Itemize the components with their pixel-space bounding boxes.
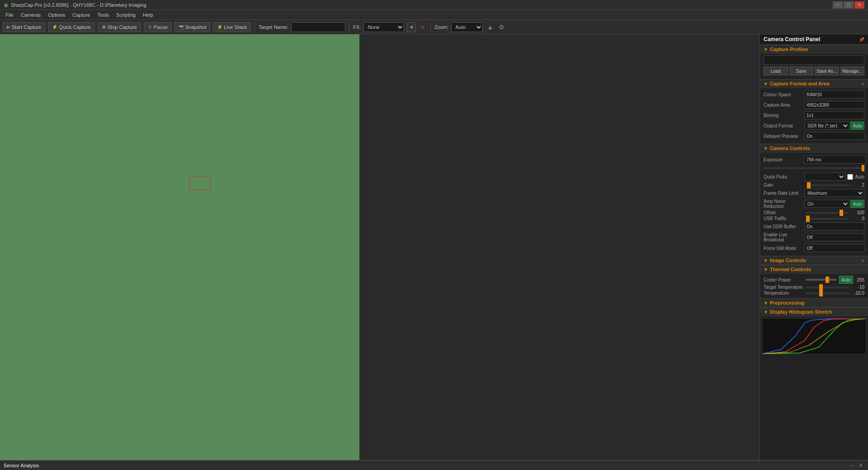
start-capture-label: Start Capture xyxy=(12,24,41,30)
format-menu-icon[interactable]: ≡ xyxy=(862,81,864,86)
bottom-panel-minimize-btn[interactable]: ─ xyxy=(849,462,855,469)
quick-picks-auto-checkbox[interactable] xyxy=(847,174,853,180)
frame-rate-select[interactable]: Maximum xyxy=(804,189,864,197)
focus-rectangle xyxy=(189,177,211,190)
menu-scripting[interactable]: Scripting xyxy=(113,11,139,19)
profiles-content: Load Save Save As... Manage... xyxy=(760,54,868,79)
snapshot-button[interactable]: 📷 Snapshot xyxy=(175,22,210,32)
target-temp-slider xyxy=(806,285,849,290)
gain-slider-row: Gain 2 xyxy=(764,183,864,188)
menu-help[interactable]: Help xyxy=(139,11,157,19)
thermal-controls-header[interactable]: ▼ Thermal Controls xyxy=(760,265,868,274)
cooler-power-label: Cooler Power xyxy=(764,277,804,282)
profiles-input[interactable] xyxy=(764,56,864,65)
fx-icon-btn[interactable]: ■ xyxy=(407,22,416,32)
gain-thumb[interactable] xyxy=(807,182,811,188)
usb-thumb[interactable] xyxy=(806,216,810,222)
pause-button[interactable]: ⏸ Pause xyxy=(144,22,172,32)
force-still-label: Force Still Mode xyxy=(764,246,804,251)
usb-slider-track xyxy=(806,216,849,221)
fx-remove-btn[interactable]: ✕ xyxy=(419,24,427,31)
camera-controls-header[interactable]: ▼ Camera Controls xyxy=(760,144,868,153)
format-arrow-icon: ▼ xyxy=(764,81,768,86)
output-format-auto-btn[interactable]: Auto xyxy=(850,122,864,130)
menu-capture[interactable]: Capture xyxy=(69,11,94,19)
temperature-track xyxy=(806,292,849,294)
zoom-green-btn[interactable]: ▲ xyxy=(486,24,495,31)
preprocessing-header[interactable]: ▼ Preprocessing xyxy=(760,298,868,307)
settings-icon-btn[interactable]: ⚙ xyxy=(497,24,506,31)
debayer-label: Debayer Preview xyxy=(764,134,804,139)
histogram-stretch-title: Display Histogram Stretch xyxy=(770,309,832,315)
cooler-slider xyxy=(806,277,836,282)
green-preview-area xyxy=(0,34,359,460)
temperature-thumb[interactable] xyxy=(819,290,823,296)
capture-format-header[interactable]: ▼ Capture Format and Area ≡ xyxy=(760,79,868,88)
quick-capture-button[interactable]: ⚡ Quick Capture xyxy=(48,22,94,32)
capture-profiles-header[interactable]: ▼ Capture Profiles xyxy=(760,45,868,54)
quick-picks-select[interactable] xyxy=(804,173,845,181)
output-format-row: Output Format SER file (*.ser) Auto xyxy=(764,121,864,130)
app-icon: ◉ xyxy=(4,2,8,8)
cooler-auto-btn[interactable]: Auto xyxy=(839,276,853,284)
target-name-input[interactable] xyxy=(291,22,345,32)
amp-noise-select[interactable]: On xyxy=(804,200,849,208)
target-temp-thumb[interactable] xyxy=(819,284,823,291)
amp-noise-auto-btn[interactable]: Auto xyxy=(850,200,864,208)
title-bar: ◉ SharpCap Pro [v3.2.6086] - QHY168C - D… xyxy=(0,0,868,10)
target-name-label: Target Name: xyxy=(259,24,288,30)
cooler-value: 255 xyxy=(853,277,864,282)
image-controls-header[interactable]: ▼ Image Controls ≡ xyxy=(760,256,868,265)
histogram-stretch-header[interactable]: ▼ Display Histogram Stretch xyxy=(760,307,868,316)
image-controls-menu-icon[interactable]: ≡ xyxy=(862,258,864,263)
save-as-profile-button[interactable]: Save As... xyxy=(815,66,839,75)
gain-track xyxy=(806,184,849,186)
load-profile-button[interactable]: Load xyxy=(764,66,788,75)
panel-pin-icon[interactable]: 📌 xyxy=(859,37,864,42)
exposure-input[interactable] xyxy=(804,155,866,164)
live-stack-button[interactable]: ⚡ Live Stack xyxy=(213,22,251,32)
histogram-stretch-svg xyxy=(762,319,866,354)
snapshot-label: Snapshot xyxy=(185,24,206,30)
bottom-panel-close-btn[interactable]: ✕ xyxy=(857,462,864,469)
preprocessing-arrow: ▼ xyxy=(764,301,768,306)
gain-slider-track xyxy=(806,183,849,188)
image-controls-title: Image Controls xyxy=(770,258,806,263)
amp-noise-label: Amp Noise Reduction xyxy=(764,199,804,209)
menu-options[interactable]: Options xyxy=(44,11,69,19)
quick-picks-auto-label: Auto xyxy=(855,174,864,179)
live-stack-icon: ⚡ xyxy=(217,24,222,29)
fx-select[interactable]: None xyxy=(363,22,404,32)
menu-file[interactable]: File xyxy=(2,11,17,19)
cooler-thumb[interactable] xyxy=(826,277,829,283)
capture-area-value: 4952x3288 xyxy=(804,101,864,109)
image-viewer xyxy=(0,34,760,460)
manage-profile-button[interactable]: Manage... xyxy=(840,66,865,75)
toolbar-sep1 xyxy=(255,23,255,32)
zoom-select[interactable]: Auto xyxy=(451,22,483,32)
start-capture-button[interactable]: ▶ Start Capture xyxy=(3,22,45,32)
title-bar-controls[interactable]: ─ □ ✕ xyxy=(833,1,864,9)
force-still-value: Off xyxy=(804,244,864,252)
debayer-value: On xyxy=(804,132,864,140)
bottom-panel-header: Sensor Analysis ─ ✕ xyxy=(0,461,868,470)
usb-value: 0 xyxy=(851,216,864,221)
offset-value: 100 xyxy=(851,210,864,215)
output-format-select[interactable]: SER file (*.ser) xyxy=(804,122,849,130)
panel-header: Camera Control Panel 📌 xyxy=(760,34,868,45)
live-broadcast-row: Enable Live Broadcast Off xyxy=(764,232,864,242)
thermal-title: Thermal Controls xyxy=(770,267,811,272)
menu-cameras[interactable]: Cameras xyxy=(17,11,45,19)
stop-capture-label: Stop Capture xyxy=(108,24,137,30)
exposure-slider-thumb[interactable] xyxy=(862,165,864,171)
maximize-button[interactable]: □ xyxy=(844,1,854,9)
minimize-button[interactable]: ─ xyxy=(833,1,843,9)
save-profile-button[interactable]: Save xyxy=(789,66,814,75)
binning-row: Binning 1x1 xyxy=(764,111,864,120)
menu-tools[interactable]: Tools xyxy=(94,11,113,19)
offset-thumb[interactable] xyxy=(840,210,843,216)
controls-title: Camera Controls xyxy=(770,146,810,151)
close-button[interactable]: ✕ xyxy=(854,1,864,9)
stop-capture-button[interactable]: ⏹ Stop Capture xyxy=(98,22,141,32)
stop-capture-icon: ⏹ xyxy=(102,24,106,29)
